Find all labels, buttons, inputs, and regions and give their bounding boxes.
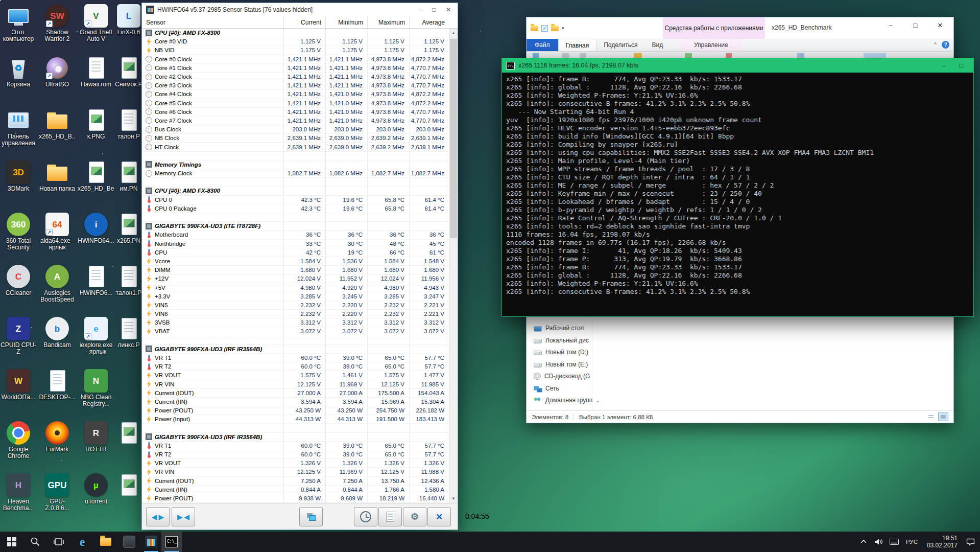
empty-row[interactable] [142,152,449,160]
sensor-row[interactable]: VR T160.0 °C39.0 °C65.0 °C57.7 °C [142,442,449,450]
column-average[interactable]: Average [409,16,449,28]
settings-button[interactable]: ⚙ [403,507,426,526]
sensor-row[interactable]: NB Clock2,639.1 MHz2,639.0 MHz2,639.2 MH… [142,134,449,143]
minimize-button[interactable]: – [413,6,427,13]
nav-item-desktop[interactable]: Рабочий стол [534,323,591,334]
desktop-icon[interactable]: ZCPUID CPU-Z [0,317,37,355]
desktop-icon[interactable]: AAuslogics BoostSpeed [39,265,76,303]
desktop-icon[interactable]: RROTTR [78,421,114,453]
desktop-icon[interactable]: WWorldOfTa... [0,369,37,401]
task-view-button[interactable] [47,532,70,552]
close-sensors-button[interactable]: ✕ [427,507,451,526]
taskbar-clock[interactable]: 19:51 03.02.2017 [923,535,962,549]
desktop-icon[interactable]: Новая папка [39,160,76,192]
sensor-row[interactable]: Core #2 Clock1,421.1 MHz1,421.1 MHz4,973… [142,73,449,81]
console-titlebar[interactable]: C:\_ x265 1116 frames: 16.04 fps, 2198.0… [502,58,973,73]
sensor-row[interactable]: Current (IIN)3.594 A3.594 A15.969 A15.30… [142,398,449,406]
empty-row[interactable] [142,178,449,187]
clock-button[interactable] [354,507,377,526]
dropdown-icon[interactable]: ▾ [562,26,564,31]
sensor-row[interactable]: +3.3V3.285 V3.245 V3.285 V3.247 V [142,292,449,301]
sensor-row[interactable]: NB VID1.175 V1.175 V1.175 V1.175 V [142,46,449,55]
desktop-icon[interactable]: iHWiNFO64... [78,213,114,244]
empty-row[interactable] [142,213,449,222]
sensor-row[interactable]: VR VOUT1.575 V1.461 V1.575 V1.477 V [142,371,449,380]
nav-item-home[interactable]: Домашняя групп⌄ [534,395,591,406]
sensor-row[interactable]: VR T260.0 °C39.0 °C65.0 °C57.7 °C [142,450,449,459]
sensor-section-row[interactable]: CPU [#0]: AMD FX-8300 [142,187,449,195]
sensor-row[interactable]: 3VSB3.312 V3.312 V3.312 V3.312 V [142,318,449,327]
reset-minmax-button[interactable]: ▶ ◀ [172,507,195,526]
minimize-button[interactable]: – [879,21,902,29]
nav-arrows-button[interactable]: ◀ ▶ [146,507,170,526]
layers-button[interactable] [299,507,323,526]
maximize-button[interactable]: □ [959,62,963,70]
pinned-app-button[interactable] [117,532,141,552]
sensor-row[interactable]: Northbridge33 °C30 °C48 °C45 °C [142,240,449,248]
hwinfo-window[interactable]: HWiNFO64 v5.37-2985 Sensor Status [76 va… [141,3,458,530]
sensor-row[interactable]: VR T160.0 °C39.0 °C65.0 °C57.7 °C [142,354,449,362]
desktop-icon[interactable]: 360360 Total Security [0,213,37,251]
taskbar-console-button[interactable]: C:\_ [161,532,182,552]
tab-manage[interactable]: Управление [680,39,743,51]
sensor-row[interactable]: Vcore1.584 V1.536 V1.584 V1.548 V [142,257,449,266]
desktop-icon[interactable]: Панель управления [0,108,37,147]
report-button[interactable] [378,507,402,526]
nav-item-disk[interactable]: Локальный дис [534,335,591,346]
nav-item-cd[interactable]: CD-дисковод (G [534,371,591,382]
hwinfo-titlebar[interactable]: HWiNFO64 v5.37-2985 Sensor Status [76 va… [142,3,458,16]
sensor-section-row[interactable]: GIGABYTE 990FXA-UD3 (ITE IT8728F) [142,222,449,231]
desktop-icon[interactable]: GPUGPU-Z.0.8.6... [39,473,76,512]
empty-row[interactable] [142,336,449,345]
sensor-row[interactable]: VR VIN12.125 V11.969 V12.125 V11.985 V [142,380,449,389]
sensor-row[interactable]: +5V4.980 V4.920 V4.980 V4.943 V [142,283,449,292]
sensor-row[interactable]: Motherboard36 °C36 °C36 °C36 °C [142,231,449,239]
column-current[interactable]: Current [283,16,325,28]
desktop-icon[interactable]: bBandicam [39,317,76,349]
desktop-icon[interactable]: Google Chrome [0,421,37,459]
action-center-button[interactable] [964,538,977,546]
vertical-scrollbar[interactable]: ▲ ▼ [449,29,458,503]
desktop-icon[interactable]: V↗Grand Theft Auto V [78,4,114,42]
sensor-row[interactable]: VBAT3.072 V3.072 V3.072 V3.072 V [142,327,449,336]
close-button[interactable]: ✕ [441,6,456,13]
sensor-row[interactable]: Current (IOUT)27.000 A27.000 A175.500 A1… [142,389,449,398]
sensor-row[interactable]: VR VOUT1.326 V1.326 V1.326 V1.326 V [142,459,449,468]
sensor-section-row[interactable]: GIGABYTE 990FXA-UD3 (IRF IR3564B) [142,433,449,442]
sensor-row[interactable]: VR T260.0 °C39.0 °C65.0 °C57.7 °C [142,362,449,371]
tab-file[interactable]: Файл [527,39,558,51]
sensor-row[interactable]: Core #7 Clock1,421.1 MHz1,421.0 MHz4,973… [142,117,449,125]
desktop-icon[interactable]: Этот компьютер [0,4,37,42]
column-sensor[interactable]: Sensor [142,16,283,28]
desktop-icon[interactable]: FurMark [39,421,76,453]
sensor-section-row[interactable]: CPU [#0]: AMD FX-8300 [142,29,449,37]
explorer-titlebar[interactable]: ✓ ▾ Средства работы с приложениями x265_… [527,17,953,39]
desktop-icon[interactable]: 3D3DMark [0,160,37,192]
details-view-button[interactable] [926,412,936,421]
nav-item-net[interactable]: Сеть [534,383,591,394]
tab-view[interactable]: Вид [644,39,670,51]
scrollbar-thumb[interactable] [450,39,457,238]
sensor-row[interactable]: VIN62.232 V2.220 V2.232 V2.221 V [142,310,449,318]
tab-home[interactable]: Главная [558,39,597,51]
sensor-row[interactable]: CPU 0 Package42.3 °C19.6 °C65.8 °C61.4 °… [142,204,449,213]
scroll-down-icon[interactable]: ▼ [449,494,458,503]
desktop-icon[interactable]: DESKTOP-... [39,369,76,401]
taskbar-hwinfo-button[interactable] [141,532,161,552]
desktop-icon[interactable]: HWiNFO6... [78,265,114,296]
desktop-icon[interactable]: 64↗aida64.exe - ярлык [39,213,76,251]
language-indicator[interactable]: РУС [903,539,921,545]
column-maximum[interactable]: Maximum [367,16,409,28]
maximize-button[interactable]: □ [427,6,441,13]
desktop-icon[interactable]: HHeaven Benchma... [0,473,37,512]
sensor-row[interactable]: Bus Clock203.0 MHz203.0 MHz203.0 MHz203.… [142,125,449,134]
sensor-row[interactable]: Current (IOUT)7.250 A7.250 A13.750 A12.4… [142,477,449,486]
file-explorer-button[interactable] [94,532,117,552]
sensor-row[interactable]: Core #6 Clock1,421.1 MHz1,421.0 MHz4,973… [142,108,449,117]
collapse-ribbon-icon[interactable]: ^ [934,42,937,48]
sensor-row[interactable]: CPU42 °C19 °C66 °C61 °C [142,248,449,257]
scroll-up-icon[interactable]: ▲ [449,29,458,37]
maximize-button[interactable]: □ [904,21,927,29]
sensor-row[interactable]: Power (POUT)9.938 W9.609 W18.219 W16.440… [142,494,449,503]
sensor-row[interactable]: HT Clock2,639.1 MHz2,639.0 MHz2,639.2 MH… [142,143,449,151]
